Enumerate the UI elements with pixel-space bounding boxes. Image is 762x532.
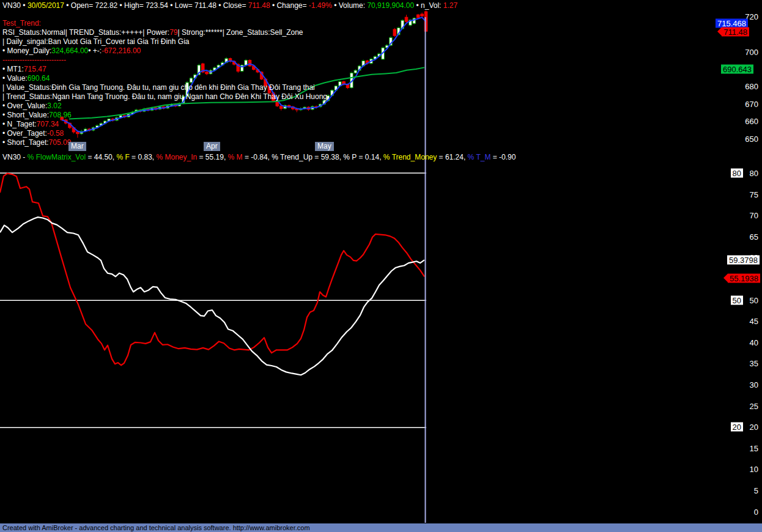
annotation-line: • N_Taget:707.34 bbox=[2, 120, 327, 129]
trend-annotations: Test_Trend:RSI_Status:Normal| TREND_Stat… bbox=[2, 19, 327, 147]
indicator-axis-tick: 80 bbox=[750, 169, 758, 178]
annotation-segment: • Over_Taget: bbox=[2, 129, 47, 138]
annotation-line: • Short_Taget:705.09 bbox=[2, 138, 327, 147]
indicator-axis-tick: 75 bbox=[750, 190, 758, 199]
annotation-line: • Short_Value:708.96 bbox=[2, 111, 327, 120]
annotation-segment: 324,664.00 bbox=[51, 46, 88, 55]
price-axis-tick: 650 bbox=[745, 135, 758, 144]
annotation-segment: -672,216.00 bbox=[102, 46, 141, 55]
annotation-line: RSI_Status:Normal| TREND_Status:+++++| P… bbox=[2, 28, 327, 37]
quote-header-segment: • Volume: bbox=[332, 1, 368, 10]
indicator-axis-tick: 40 bbox=[750, 338, 758, 347]
indicator-title-segment: = 44.50, bbox=[86, 153, 116, 161]
annotation-segment: Test_Trend: bbox=[2, 19, 41, 28]
annotation-segment: • Money_Daily: bbox=[2, 46, 51, 55]
indicator-title-segment: % P bbox=[343, 153, 357, 161]
indicator-axis-tick: 25 bbox=[750, 402, 758, 411]
indicator-title-segment: = -0.90 bbox=[490, 153, 516, 161]
annotation-line: | Daily_singal:Ban Vuot Gia Tri_Cover ta… bbox=[2, 37, 327, 46]
indicator-axis-tick: 45 bbox=[750, 317, 758, 326]
annotation-segment: 715.47 bbox=[24, 65, 46, 73]
value-badge: 715.468 bbox=[716, 19, 748, 28]
annotation-segment: • +-: bbox=[88, 46, 102, 55]
annotation-segment: 3.02 bbox=[47, 102, 61, 110]
value-badge: 711.48 bbox=[722, 28, 749, 37]
annotation-segment: -------------------------- bbox=[2, 56, 66, 64]
indicator-axis-tick: 35 bbox=[750, 359, 758, 368]
annotation-segment: | Strong:******| Zone_Status:Sell_Zone bbox=[178, 28, 303, 37]
annotation-line: • Over_Taget:-0.58 bbox=[2, 129, 327, 138]
indicator-axis-tick: 20 bbox=[750, 423, 758, 432]
indicator-axis-tick: 70 bbox=[750, 211, 758, 220]
annotation-segment: 79 bbox=[169, 28, 177, 37]
indicator-grid-lines bbox=[0, 173, 426, 427]
annotation-segment: • Over_Value: bbox=[2, 102, 47, 110]
indicator-title: VN30 - % FlowMatrix_Vol = 44.50, % F = 0… bbox=[2, 153, 516, 162]
quote-header-segment: -1.49% bbox=[309, 1, 332, 10]
annotation-line: Test_Trend: bbox=[2, 19, 327, 28]
quote-header-segment: VN30 bbox=[2, 1, 23, 10]
indicator-title-segment: % Trend_Money bbox=[383, 153, 437, 161]
indicator-title-segment: % Money_In bbox=[156, 153, 197, 161]
annotation-segment: • Short_Value: bbox=[2, 111, 49, 119]
price-axis-tick: 660 bbox=[745, 117, 758, 126]
indicator-title-segment: % F bbox=[116, 153, 129, 161]
indicator-title-segment: % T_M bbox=[468, 153, 491, 161]
annotation-segment: -0.58 bbox=[47, 129, 64, 138]
quote-header-segment: • n_Vol: bbox=[414, 1, 443, 10]
annotation-line: -------------------------- bbox=[2, 56, 327, 65]
annotation-segment: • Short_Taget: bbox=[2, 138, 49, 147]
annotation-line: • Money_Daily:324,664.00• +-:-672,216.00 bbox=[2, 46, 327, 56]
x-axis-label-mar: Mar bbox=[68, 142, 86, 151]
indicator-axis-tick: 30 bbox=[750, 380, 758, 390]
annotation-line: | Trend_Status:Ngan Han Tang Truong. Đâu… bbox=[2, 92, 327, 102]
amibroker-chart-window: VN30 • 30/05/2017 • Open= 722.82 • High=… bbox=[0, 0, 762, 532]
indicator-axis-tick: 15 bbox=[750, 444, 758, 453]
annotation-segment: 707.34 bbox=[37, 120, 59, 128]
annotation-segment: RSI_Status:Normal| TREND_Status:+++++| P… bbox=[2, 28, 169, 37]
indicator-title-segment: % M bbox=[228, 153, 243, 161]
annotation-segment: 690.64 bbox=[28, 74, 50, 83]
annotation-line: • Over_Value:3.02 bbox=[2, 102, 327, 111]
annotation-segment: 708.96 bbox=[49, 111, 72, 119]
indicator-title-segment: = 0.14, bbox=[357, 153, 383, 161]
quote-header-segment: • Open= 722.82 • High= 723.54 • Low= 711… bbox=[64, 1, 248, 10]
quote-header-segment: 70,919,904.00 bbox=[367, 1, 414, 10]
quote-header-segment: • Change= bbox=[270, 1, 309, 10]
quote-header-segment: • bbox=[23, 1, 28, 10]
annotation-segment: | Trend_Status:Ngan Han Tang Truong. Đâu… bbox=[2, 92, 327, 101]
price-axis-tick: 700 bbox=[745, 48, 758, 57]
indicator-title-segment: = 59.38, bbox=[313, 153, 343, 161]
indicator-axis-tick: 65 bbox=[750, 232, 758, 242]
value-badge: 59.3798 bbox=[727, 256, 760, 265]
x-axis-label-may: May bbox=[315, 142, 334, 151]
value-badge: 690.643 bbox=[721, 65, 753, 74]
annotation-segment: | Daily_singal:Ban Vuot Gia Tri_Cover ta… bbox=[2, 37, 189, 46]
annotation-segment: • N_Taget: bbox=[2, 120, 37, 128]
indicator-title-segment: = 61.24, bbox=[437, 153, 467, 161]
value-badge: 80 bbox=[731, 169, 743, 178]
annotation-segment: • Value: bbox=[2, 74, 28, 83]
annotation-line: • MT1:715.47 bbox=[2, 65, 327, 74]
value-badge: 20 bbox=[731, 423, 743, 432]
value-badge: 50 bbox=[731, 296, 743, 305]
indicator-axis-tick: 50 bbox=[750, 296, 758, 305]
x-axis-label-apr: Apr bbox=[204, 142, 220, 151]
indicator-title-segment: VN30 - bbox=[2, 153, 28, 161]
annotation-segment: 705.09 bbox=[49, 138, 72, 147]
annotation-segment: • MT1: bbox=[2, 65, 24, 73]
indicator-title-segment: = 55.19, bbox=[197, 153, 227, 161]
indicator-title-segment: % Trend_Up bbox=[272, 153, 313, 161]
indicator-axis-tick: 10 bbox=[750, 465, 758, 474]
annotation-segment: | Value_Status:Đinh Gia Tang Truong. Đâu… bbox=[2, 83, 315, 92]
status-bar-text: Created with AmiBroker - advanced charti… bbox=[0, 524, 310, 531]
indicator-axis-tick: 5 bbox=[754, 486, 758, 495]
price-axis-tick: 670 bbox=[745, 100, 758, 109]
indicator-axis-tick: 0 bbox=[754, 508, 758, 517]
indicator-title-segment: = -0.84, bbox=[243, 153, 272, 161]
indicator-title-segment: % FlowMatrix_Vol bbox=[28, 153, 86, 161]
quote-header-segment: 30/05/2017 bbox=[28, 1, 64, 10]
indicator-title-segment: = 0.83, bbox=[130, 153, 157, 161]
oscillator-series-lines bbox=[0, 174, 424, 375]
quote-header-segment: 1.27 bbox=[443, 1, 457, 10]
